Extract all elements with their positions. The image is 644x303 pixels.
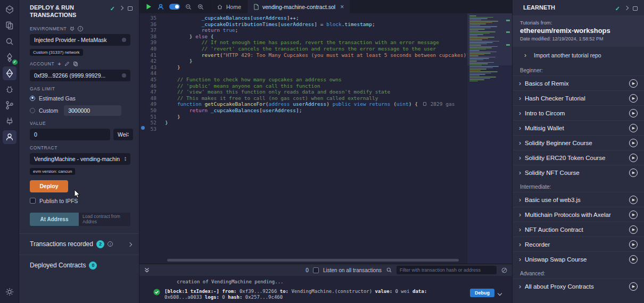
settings-gear-icon[interactable]	[3, 285, 16, 299]
code-line[interactable]: 47 // 'view' means this function only re…	[139, 89, 463, 95]
close-tab-icon[interactable]: ×	[340, 3, 344, 11]
transactions-expand-icon[interactable]	[128, 242, 132, 247]
tutorial-item[interactable]: ›Basics of Remix▶	[513, 75, 644, 90]
at-address-button[interactable]: At Address	[30, 213, 79, 226]
account-select[interactable]: 0xf39...92266 (9999.99929...	[30, 70, 130, 81]
play-tutorial-button[interactable]: ▶	[629, 169, 638, 177]
tutorial-item[interactable]: ›Solidity NFT Course▶	[513, 165, 644, 180]
expand-transaction-icon[interactable]	[498, 291, 502, 296]
learneth-popout-icon[interactable]	[633, 6, 638, 11]
code-line[interactable]: 50 return _cupcakeBalances[userAddress];	[139, 107, 463, 114]
transactions-recorded-row[interactable]: Transactions recorded 2 i	[19, 233, 139, 255]
contract-select[interactable]: VendingMachine - vending-machin ▴▾	[30, 153, 130, 165]
code-line[interactable]: 53	[139, 126, 463, 132]
code-line[interactable]: 39 // If not enough time has passed, rev…	[139, 39, 463, 46]
play-tutorial-button[interactable]: ▶	[629, 109, 638, 117]
code-line[interactable]: 36 _cupcakeDistributionTimes[userAddress…	[139, 21, 463, 28]
code-line[interactable]: 37 return true;	[139, 27, 463, 33]
solidity-compiler-icon[interactable]: ✓	[3, 50, 16, 64]
code-line[interactable]: 38 } else {	[139, 33, 463, 40]
tutorial-item[interactable]: ›Solidity Beginner Course▶	[513, 135, 644, 150]
deploy-button[interactable]: Deploy	[30, 180, 68, 192]
learneth-collapse-icon[interactable]	[624, 6, 629, 10]
breakpoint-dot[interactable]	[141, 126, 145, 130]
code-line[interactable]: 42 }	[139, 58, 463, 64]
deploy-run-icon[interactable]	[3, 66, 16, 80]
play-tutorial-button[interactable]: ▶	[629, 282, 638, 291]
tutorial-item[interactable]: ›All about Proxy Contracts▶	[513, 279, 644, 293]
code-line[interactable]: 43 }	[139, 64, 463, 71]
code-line[interactable]: 35 _cupcakeBalances[userAddress]++;	[139, 15, 463, 21]
copy-account-icon[interactable]	[73, 61, 78, 66]
tutorial-item[interactable]: ›Recorder▶	[513, 237, 644, 251]
code-line[interactable]: 52}	[139, 120, 463, 126]
transactions-info-icon[interactable]: i	[108, 241, 113, 247]
tutorial-item[interactable]: ›Multichain Protocols with Axelar▶	[513, 207, 644, 222]
listen-all-checkbox[interactable]	[313, 267, 319, 273]
custom-gas-radio[interactable]	[30, 108, 35, 113]
play-tutorial-button[interactable]: ▶	[629, 139, 638, 147]
import-repo-link[interactable]: › Import another tutorial repo	[513, 47, 644, 63]
estimated-gas-radio[interactable]	[30, 96, 35, 101]
debug-button[interactable]: Debug	[470, 289, 494, 297]
terminal-filter-input[interactable]	[397, 266, 497, 274]
custom-gas-option[interactable]: Custom	[30, 105, 130, 116]
play-tutorial-button[interactable]: ▶	[629, 124, 638, 132]
environment-select[interactable]: Injected Provider - MetaMask	[30, 34, 130, 46]
tutorial-item[interactable]: ›Intro to Circom▶	[513, 105, 644, 120]
zoom-out-icon[interactable]	[185, 3, 192, 11]
code-line[interactable]: 40 // 'revert' cancels the transaction a…	[139, 46, 463, 52]
tutorial-item[interactable]: ›Uniswap Swap Course▶	[513, 251, 644, 266]
clear-console-icon[interactable]	[501, 267, 508, 274]
estimated-gas-option[interactable]: Estimated Gas	[30, 95, 130, 102]
sign-message-icon[interactable]	[64, 61, 70, 66]
plug-icon[interactable]	[70, 26, 75, 31]
code-line[interactable]: 51 }	[139, 114, 463, 120]
play-tutorial-button[interactable]: ▶	[629, 211, 638, 219]
horizontal-scrollbar[interactable]	[167, 259, 459, 262]
publish-ipfs-checkbox[interactable]	[30, 198, 36, 204]
tutorial-item[interactable]: ›Solidity ERC20 Token Course▶	[513, 150, 644, 165]
code-line[interactable]: 46 // 'public' means anyone can call thi…	[139, 83, 463, 89]
transaction-log-row[interactable]: [block:1 txIndex:-] from: 0xf39...92266 …	[139, 289, 512, 300]
debugger-icon[interactable]	[3, 82, 16, 96]
add-account-icon[interactable]: +	[57, 61, 61, 67]
code-editor[interactable]: 35 _cupcakeBalances[userAddress]++;36 _c…	[139, 13, 512, 264]
copilot-toggle[interactable]	[169, 4, 180, 10]
tab-contract-file[interactable]: vending-machine-contract.sol ×	[247, 0, 350, 13]
learneth-plugin-icon[interactable]	[3, 130, 16, 144]
value-unit-select[interactable]: Wei ▴▾	[113, 129, 133, 140]
popout-panel-icon[interactable]	[128, 6, 133, 11]
file-explorer-icon[interactable]	[3, 19, 16, 32]
code-line[interactable]: 41 revert("HTTP 429: Too Many Cupcakes (…	[139, 52, 463, 58]
play-tutorial-button[interactable]: ▶	[629, 94, 638, 103]
ai-assistant-icon[interactable]	[157, 3, 164, 11]
value-input[interactable]	[30, 129, 110, 140]
play-tutorial-button[interactable]: ▶	[629, 154, 638, 162]
deployed-contracts-row[interactable]: Deployed Contracts 0	[19, 255, 139, 276]
play-tutorial-button[interactable]: ▶	[629, 255, 638, 264]
git-icon[interactable]	[3, 98, 16, 112]
at-address-input[interactable]: Load contract from Addres	[79, 213, 130, 226]
tutorial-item[interactable]: ›Hash Checker Tutorial▶	[513, 90, 644, 105]
run-script-icon[interactable]	[145, 3, 152, 10]
minimap-slider[interactable]	[467, 13, 512, 65]
tutorial-item[interactable]: ›NFT Auction Contract▶	[513, 222, 644, 237]
plugin-manager-icon[interactable]	[3, 114, 16, 128]
code-line[interactable]: 45 // Function to check how many cupcake…	[139, 77, 463, 83]
code-line[interactable]: 49 function getCupcakeBalanceFor(address…	[139, 101, 463, 107]
search-icon[interactable]	[3, 35, 16, 48]
minimap[interactable]	[467, 13, 512, 264]
play-tutorial-button[interactable]: ▶	[629, 225, 638, 234]
terminal-collapse-icon[interactable]	[144, 267, 150, 273]
code-line[interactable]: 48 // This makes it free to call (no gas…	[139, 95, 463, 102]
tab-home[interactable]: Home	[210, 0, 247, 13]
custom-gas-input[interactable]	[64, 105, 121, 116]
code-line[interactable]: 44	[139, 70, 463, 77]
zoom-in-icon[interactable]	[197, 3, 204, 11]
tutorial-item[interactable]: ›Multisig Wallet▶	[513, 120, 644, 135]
environment-info-icon[interactable]: i	[78, 26, 83, 31]
tutorial-item[interactable]: ›Basic use of web3.js▶	[513, 192, 644, 207]
play-tutorial-button[interactable]: ▶	[629, 240, 638, 249]
play-tutorial-button[interactable]: ▶	[629, 79, 638, 88]
